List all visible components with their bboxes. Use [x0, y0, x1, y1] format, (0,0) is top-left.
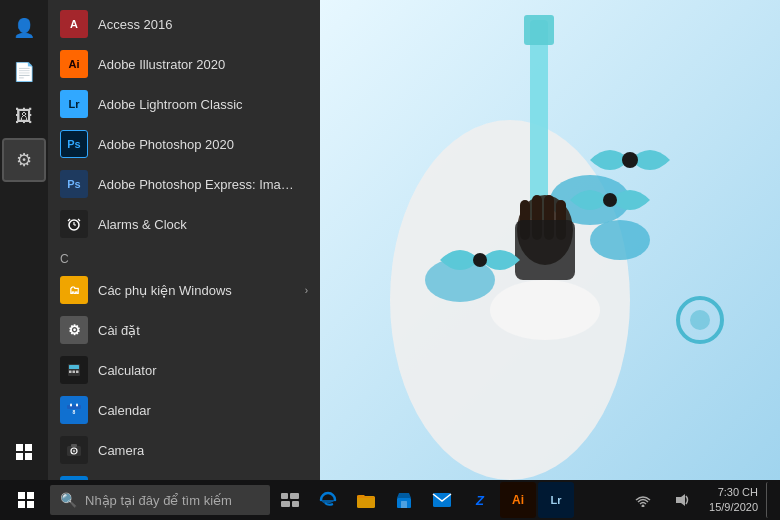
- svg-rect-26: [76, 371, 79, 374]
- svg-rect-24: [69, 371, 72, 374]
- taskbar-lr-icon[interactable]: Lr: [538, 482, 574, 518]
- tray-date-display: 15/9/2020: [709, 500, 758, 515]
- tray-time-display: 7:30 CH: [709, 485, 758, 500]
- expand-arrow-icon: ›: [305, 285, 308, 296]
- app-item-calendar[interactable]: 8 Calendar: [48, 390, 320, 430]
- app-item-calculator[interactable]: Calculator: [48, 350, 320, 390]
- app-item-windows-accessories[interactable]: 🗂 Các phụ kiện Windows ›: [48, 270, 320, 310]
- app-item-camera[interactable]: Camera: [48, 430, 320, 470]
- taskbar-mail-icon[interactable]: [424, 482, 460, 518]
- icon-alarm: [60, 210, 88, 238]
- tray-clock[interactable]: 7:30 CH 15/9/2020: [705, 485, 762, 516]
- app-item-lightroom[interactable]: Lr Adobe Lightroom Classic: [48, 84, 320, 124]
- icon-illustrator: Ai: [60, 50, 88, 78]
- svg-rect-35: [71, 444, 77, 447]
- taskbar-start-button[interactable]: [4, 480, 48, 520]
- system-tray: 7:30 CH 15/9/2020: [621, 482, 776, 518]
- app-name-lightroom: Adobe Lightroom Classic: [98, 97, 243, 112]
- svg-point-15: [603, 193, 617, 207]
- start-menu: 👤 📄 🖼 ⚙ A Access 2016 Ai: [0, 0, 320, 480]
- svg-point-3: [590, 220, 650, 260]
- app-item-photoshop2020[interactable]: Ps Adobe Photoshop 2020: [48, 124, 320, 164]
- app-item-illustrator2020[interactable]: Ai Adobe Illustrator 2020: [48, 44, 320, 84]
- app-name-calendar: Calendar: [98, 403, 151, 418]
- tray-network-icon[interactable]: [625, 482, 661, 518]
- svg-rect-45: [401, 501, 407, 508]
- sidebar-item-document[interactable]: 📄: [4, 52, 44, 92]
- svg-rect-5: [530, 20, 548, 220]
- svg-point-14: [622, 152, 638, 168]
- icon-photoshop: Ps: [60, 130, 88, 158]
- sidebar-item-user[interactable]: 👤: [4, 8, 44, 48]
- show-desktop-button[interactable]: [766, 482, 772, 518]
- search-placeholder-text: Nhập tại đây để tìm kiếm: [85, 493, 232, 508]
- tray-volume-icon[interactable]: [665, 482, 701, 518]
- app-name-camera: Camera: [98, 443, 144, 458]
- taskbar-ai-icon[interactable]: Ai: [500, 482, 536, 518]
- taskbar-search-bar[interactable]: 🔍 Nhập tại đây để tìm kiếm: [50, 485, 270, 515]
- app-name-access2016: Access 2016: [98, 17, 172, 32]
- search-icon: 🔍: [60, 492, 77, 508]
- icon-ps-express: Ps: [60, 170, 88, 198]
- app-item-alarms[interactable]: Alarms & Clock: [48, 204, 320, 244]
- svg-marker-48: [676, 494, 685, 506]
- svg-rect-40: [290, 493, 299, 499]
- svg-point-47: [642, 505, 645, 508]
- icon-camera: [60, 436, 88, 464]
- svg-rect-23: [69, 365, 79, 369]
- icon-calculator: [60, 356, 88, 384]
- taskbar-edge-icon[interactable]: [310, 482, 346, 518]
- section-label-c: C: [48, 244, 320, 270]
- app-name-calculator: Calculator: [98, 363, 157, 378]
- wallpaper-art: [310, 0, 780, 480]
- icon-calendar: 8: [60, 396, 88, 424]
- app-item-access2016[interactable]: A Access 2016: [48, 4, 320, 44]
- svg-point-18: [690, 310, 710, 330]
- svg-rect-42: [292, 501, 299, 507]
- svg-point-16: [473, 253, 487, 267]
- icon-cai-dat: ⚙: [60, 316, 88, 344]
- app-name-psexpress: Adobe Photoshop Express: Image E...: [98, 177, 298, 192]
- sidebar-strip: 👤 📄 🖼 ⚙: [0, 0, 48, 480]
- sidebar-item-pictures[interactable]: 🖼: [4, 96, 44, 136]
- svg-rect-29: [70, 404, 72, 407]
- app-item-settings[interactable]: ⚙ Cài đặt: [48, 310, 320, 350]
- app-item-connect[interactable]: Connect: [48, 470, 320, 480]
- svg-rect-25: [73, 371, 76, 374]
- taskbar: 🔍 Nhập tại đây để tìm kiếm Z Ai Lr 7:30 …: [0, 480, 780, 520]
- start-button-strip[interactable]: [4, 432, 44, 472]
- icon-lightroom: Lr: [60, 90, 88, 118]
- svg-rect-39: [281, 493, 288, 499]
- svg-text:8: 8: [73, 409, 76, 415]
- svg-rect-30: [76, 404, 78, 407]
- svg-rect-41: [281, 501, 290, 507]
- svg-rect-12: [515, 220, 575, 280]
- svg-point-13: [490, 280, 600, 340]
- task-view-button[interactable]: [272, 482, 308, 518]
- svg-rect-46: [433, 493, 451, 507]
- app-name-alarms: Alarms & Clock: [98, 217, 187, 232]
- svg-rect-6: [524, 15, 554, 45]
- taskbar-zalo-icon[interactable]: Z: [462, 482, 498, 518]
- app-list-panel: A Access 2016 Ai Adobe Illustrator 2020 …: [48, 0, 320, 480]
- icon-access: A: [60, 10, 88, 38]
- app-name-photoshop2020: Adobe Photoshop 2020: [98, 137, 234, 152]
- sidebar-item-settings[interactable]: ⚙: [4, 140, 44, 180]
- app-name-windows-accessories: Các phụ kiện Windows: [98, 283, 232, 298]
- taskbar-store-icon[interactable]: [386, 482, 422, 518]
- icon-windows-accessories: 🗂: [60, 276, 88, 304]
- app-item-psexpress[interactable]: Ps Adobe Photoshop Express: Image E...: [48, 164, 320, 204]
- svg-point-34: [73, 450, 75, 452]
- app-name-settings: Cài đặt: [98, 323, 140, 338]
- taskbar-explorer-icon[interactable]: [348, 482, 384, 518]
- app-name-illustrator2020: Adobe Illustrator 2020: [98, 57, 225, 72]
